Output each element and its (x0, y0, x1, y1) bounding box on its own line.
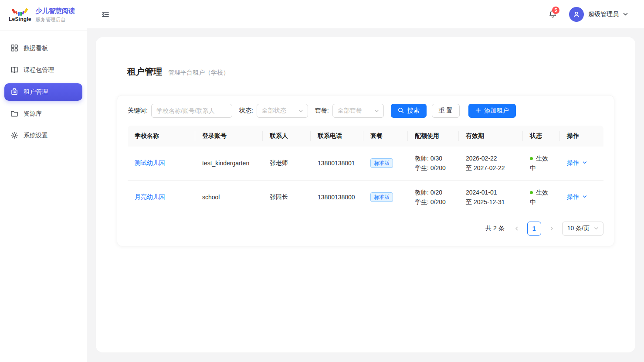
sidebar-item-label: 资源库 (24, 110, 42, 118)
sidebar-item-label: 课程包管理 (24, 66, 54, 74)
pagination: 共 2 条 1 10 条/页 (128, 222, 603, 236)
main-content: 租户管理 管理平台租户（学校） 关键词: 状态: 全部状态 套餐: 全部套餐 (87, 28, 644, 362)
sidebar-collapse-icon[interactable] (101, 10, 111, 19)
col-validity: 有效期 (459, 126, 523, 147)
book-icon (10, 66, 18, 75)
contact-phone: 13800138001 (311, 147, 363, 180)
sidebar: LeSingle 少儿智慧阅读 服务管理后台 数据看板 课程包 (0, 0, 87, 362)
contact-phone: 13800138000 (311, 180, 363, 214)
reset-button[interactable]: 重 置 (432, 104, 460, 118)
user-menu[interactable]: 超级管理员 (569, 7, 628, 22)
school-name-link[interactable]: 测试幼儿园 (135, 159, 165, 166)
pagination-next-icon[interactable] (545, 222, 559, 236)
sidebar-item-label: 系统设置 (24, 132, 48, 140)
reset-button-label: 重 置 (439, 107, 453, 115)
package-select[interactable]: 全部套餐 (332, 104, 384, 118)
page-size-value: 10 条/页 (567, 225, 590, 232)
quota-student: 学生: 0/200 (415, 163, 452, 173)
col-package: 套餐 (363, 126, 408, 147)
user-name: 超级管理员 (588, 10, 619, 18)
page-head: 租户管理 管理平台租户（学校） (117, 66, 614, 78)
sidebar-item-dashboard[interactable]: 数据看板 (4, 40, 82, 57)
action-label: 操作 (567, 159, 579, 167)
valid-from: 2024-01-01 (466, 188, 516, 197)
tenant-panel: 关键词: 状态: 全部状态 套餐: 全部套餐 (117, 95, 614, 246)
col-status: 状态 (523, 126, 560, 147)
valid-from: 2026-02-22 (466, 154, 516, 163)
login-account: test_kindergarten (195, 147, 263, 180)
dashboard-icon (10, 44, 18, 53)
chevron-down-icon (594, 226, 599, 231)
valid-to: 至 2027-02-22 (466, 163, 516, 173)
col-actions: 操作 (560, 126, 603, 147)
keyword-label: 关键词: (128, 107, 148, 115)
sidebar-item-settings[interactable]: 系统设置 (4, 127, 82, 144)
avatar (569, 7, 584, 22)
status-label: 状态: (239, 107, 253, 115)
row-actions-dropdown[interactable]: 操作 (567, 193, 587, 201)
search-icon (398, 107, 404, 115)
pagination-total: 共 2 条 (485, 225, 505, 232)
row-actions-dropdown[interactable]: 操作 (567, 159, 587, 167)
logo-bars-icon (11, 8, 29, 16)
col-contact: 联系人 (263, 126, 311, 147)
filter-bar: 关键词: 状态: 全部状态 套餐: 全部套餐 (128, 104, 603, 118)
chevron-down-icon (374, 109, 379, 113)
school-name-link[interactable]: 月亮幼儿园 (135, 193, 165, 200)
sidebar-item-tenants[interactable]: 租户管理 (4, 83, 82, 101)
status-dot-icon (530, 157, 533, 160)
add-tenant-button[interactable]: 添加租户 (468, 104, 516, 118)
col-phone: 联系电话 (311, 126, 363, 147)
folder-icon (10, 109, 18, 119)
package-tag: 标准版 (370, 192, 393, 202)
status-badge: 生效中 (530, 188, 552, 207)
notification-count-badge: 5 (552, 7, 559, 14)
package-label: 套餐: (315, 107, 329, 115)
table-row: 月亮幼儿园 school 张园长 13800138000 标准版 教师: 0/2… (128, 180, 603, 214)
status-text: 生效中 (530, 189, 548, 205)
pagination-prev-icon[interactable] (510, 222, 524, 236)
add-tenant-button-label: 添加租户 (485, 107, 509, 115)
col-school-name: 学校名称 (128, 126, 195, 147)
sidebar-item-course-packages[interactable]: 课程包管理 (4, 61, 82, 79)
lesingle-logo-icon: LeSingle (9, 8, 31, 22)
logo-text: LeSingle (9, 17, 31, 22)
login-account: school (195, 180, 263, 214)
keyword-input[interactable] (151, 104, 232, 118)
status-badge: 生效中 (530, 154, 552, 173)
table-row: 测试幼儿园 test_kindergarten 张老师 13800138001 … (128, 147, 603, 180)
quota-teacher: 教师: 0/30 (415, 154, 452, 163)
sidebar-item-label: 数据看板 (24, 44, 48, 52)
sidebar-menu: 数据看板 课程包管理 租户管理 (0, 31, 87, 144)
chevron-down-icon (623, 11, 628, 17)
contact-name: 张老师 (263, 147, 311, 180)
content-card: 租户管理 管理平台租户（学校） 关键词: 状态: 全部状态 套餐: 全部套餐 (96, 37, 635, 352)
col-login-account: 登录账号 (195, 126, 263, 147)
page-title: 租户管理 (127, 66, 162, 78)
table-header-row: 学校名称 登录账号 联系人 联系电话 套餐 配额使用 有效期 状态 操作 (128, 126, 603, 147)
notifications-bell-icon[interactable]: 5 (548, 10, 558, 19)
search-button-label: 搜索 (407, 107, 420, 115)
status-select-value: 全部状态 (262, 107, 286, 115)
search-button[interactable]: 搜索 (391, 104, 427, 118)
pagination-page-1[interactable]: 1 (527, 222, 541, 236)
package-tag: 标准版 (370, 158, 393, 168)
package-select-value: 全部套餐 (338, 107, 362, 115)
chevron-down-icon (298, 109, 303, 113)
quota-teacher: 教师: 0/20 (415, 188, 452, 197)
sidebar-item-resources[interactable]: 资源库 (4, 105, 82, 123)
valid-to: 至 2025-12-31 (466, 197, 516, 207)
chevron-down-icon (582, 194, 587, 201)
quota-student: 学生: 0/200 (415, 197, 452, 207)
top-header: 5 超级管理员 (87, 0, 644, 28)
action-label: 操作 (567, 193, 579, 201)
status-select[interactable]: 全部状态 (257, 104, 308, 118)
brand-logo: LeSingle 少儿智慧阅读 服务管理后台 (0, 0, 87, 31)
plus-icon (475, 107, 481, 114)
building-icon (10, 88, 18, 97)
sidebar-item-label: 租户管理 (24, 88, 48, 96)
page-size-select[interactable]: 10 条/页 (562, 222, 603, 236)
chevron-down-icon (582, 160, 587, 167)
page-subtitle: 管理平台租户（学校） (168, 69, 229, 77)
tenant-table: 学校名称 登录账号 联系人 联系电话 套餐 配额使用 有效期 状态 操作 测试幼… (128, 126, 603, 214)
